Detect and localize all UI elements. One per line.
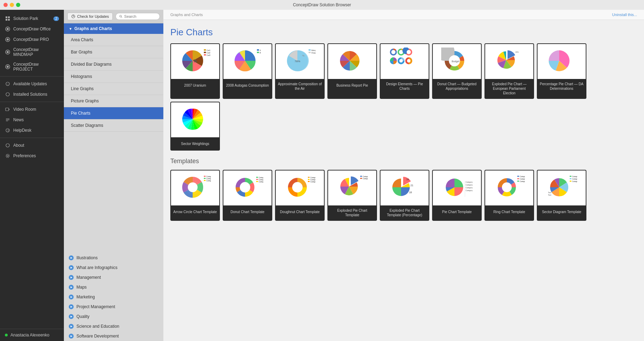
arrow-down-icon: ▼ — [69, 27, 72, 31]
check-updates-button[interactable]: Check for Updates — [67, 13, 113, 20]
sidebar-item-about[interactable]: About — [0, 140, 64, 151]
nav-sub-item-illustrations[interactable]: Illustrations — [64, 253, 163, 263]
refresh-icon — [71, 14, 75, 19]
label-uranium: 2007 Uranium — [171, 79, 219, 92]
gallery-item-percentage-da[interactable]: Percentage Pie Chart — DA Determinations — [537, 43, 586, 99]
gallery-item-donut-tpl[interactable]: Category Category Category Donut Chart T… — [223, 170, 272, 221]
pie-charts-title: Pie Charts — [170, 27, 637, 38]
sidebar-item-office[interactable]: ConceptDraw Office — [0, 24, 64, 34]
sidebar-item-preferences[interactable]: Preferences — [0, 151, 64, 161]
sidebar-item-available-updates[interactable]: ↑ Available Updates — [0, 79, 64, 89]
sub-item-label-software: Software Development — [76, 334, 119, 339]
gallery-item-arrow-circle[interactable]: Category Category Category Arrow Circle … — [170, 170, 220, 221]
svg-point-5 — [7, 28, 9, 30]
minimize-button[interactable] — [10, 3, 14, 7]
sidebar-item-news[interactable]: News — [0, 115, 64, 125]
check-updates-label: Check for Updates — [77, 14, 109, 19]
nav-sub-item-management[interactable]: Management — [64, 273, 163, 282]
svg-text:↑: ↑ — [7, 83, 8, 86]
svg-rect-0 — [6, 16, 7, 18]
svg-rect-1 — [8, 16, 10, 18]
nav-sub-item-software[interactable]: Software Development — [64, 331, 163, 341]
gallery-item-exploded-pct[interactable]: 34 21 18 Exploded Pie Chart Template (Pe… — [380, 170, 429, 221]
sub-item-label-illustrations: Illustrations — [76, 255, 98, 260]
search-input[interactable] — [124, 14, 156, 19]
label-pie-tpl: Pie Chart Template — [433, 205, 481, 218]
gallery-item-business[interactable]: Business Report Pie — [327, 43, 377, 99]
svg-point-68 — [240, 182, 250, 193]
gallery-item-exploded-tpl[interactable]: Category Category Exploded Pie Chart Tem… — [327, 170, 377, 221]
nav-item-scatter-diagrams[interactable]: Scatter Diagrams — [64, 119, 163, 132]
sub-arrow-icon-9 — [69, 334, 74, 339]
search-box[interactable] — [116, 13, 160, 20]
svg-point-9 — [7, 51, 9, 53]
gallery-item-autogas[interactable]: A B 2008 Autogas Consumption — [223, 43, 272, 99]
nav-active-header: ▼ Graphs and Charts — [64, 23, 163, 34]
gallery-item-donut-budgeted[interactable]: Budget Donut Chart — Budgeted Appropriat… — [432, 43, 482, 99]
thumb-autogas: A B — [223, 44, 272, 79]
svg-rect-64 — [204, 178, 206, 179]
close-button[interactable] — [3, 3, 8, 7]
label-business: Business Report Pie — [328, 79, 376, 92]
label-exploded-pct: Exploded Pie Chart Template (Percentage) — [380, 205, 429, 220]
nav-item-histograms[interactable]: Histograms — [64, 71, 163, 83]
gallery-item-uranium[interactable]: % Cat1 Cat2 Cat3 2007 Uranium — [170, 43, 220, 99]
nav-item-area-charts[interactable]: Area Charts — [64, 34, 163, 46]
nav-sub-item-marketing[interactable]: Marketing — [64, 292, 163, 302]
maximize-button[interactable] — [16, 3, 20, 7]
gallery-item-exploded-parliament[interactable]: 19% Exploded Pie Chart — European Parlia… — [484, 43, 534, 99]
svg-text:N₂: N₂ — [302, 55, 305, 57]
svg-text:21: 21 — [410, 184, 413, 187]
thumb-ring-tpl: Category Category Category — [485, 170, 533, 205]
gallery-item-air[interactable]: 78% N₂ Nitrogen Oxygen Approximate Compo… — [275, 43, 325, 99]
label-percentage-da: Percentage Pie Chart — DA Determinations — [538, 79, 586, 94]
svg-rect-101 — [570, 176, 571, 177]
nav-item-divided-bar[interactable]: Divided Bar Diagrams — [64, 58, 163, 71]
gallery-item-sector-tpl[interactable]: Category Category Category Text Text Sec… — [537, 170, 586, 221]
sidebar-item-video-room[interactable]: Video Room — [0, 104, 64, 115]
sidebar-item-pro[interactable]: ConceptDraw PRO — [0, 34, 64, 45]
nav-sub-item-project-mgmt[interactable]: Project Management — [64, 302, 163, 312]
thumb-sector-weightings — [171, 102, 219, 137]
project-icon — [5, 64, 10, 70]
uninstall-link[interactable]: Uninstall this... — [612, 13, 637, 17]
svg-rect-97 — [517, 178, 519, 179]
svg-rect-95 — [517, 176, 519, 177]
mindmap-icon — [5, 49, 10, 55]
gallery-item-pie-tpl[interactable]: Category 1 Category 2 Category 3 Categor… — [432, 170, 482, 221]
sub-item-label-maps: Maps — [76, 285, 87, 290]
gallery-item-doughnut-tpl[interactable]: Category Category Category Doughnut Char… — [275, 170, 325, 221]
nav-toolbar: Check for Updates — [64, 10, 163, 23]
thumb-business — [328, 44, 376, 79]
svg-text:Category: Category — [572, 175, 577, 177]
active-section-label: Graphs and Charts — [74, 26, 112, 31]
nav-item-line-graphs[interactable]: Line Graphs — [64, 83, 163, 95]
gallery-item-ring-tpl[interactable]: Category Category Category Ring Chart Te… — [484, 170, 534, 221]
sidebar-item-helpdesk[interactable]: ? HelpDesk — [0, 125, 64, 136]
thumb-uranium: % Cat1 Cat2 Cat3 — [171, 44, 219, 79]
svg-rect-43 — [309, 49, 311, 51]
nav-item-bar-graphs[interactable]: Bar Graphs — [64, 46, 163, 58]
svg-text:Category: Category — [310, 181, 316, 183]
sidebar-item-project[interactable]: ConceptDraw PROJECT — [0, 59, 64, 74]
svg-text:78%: 78% — [295, 60, 300, 63]
nav-sub-item-science[interactable]: Science and Education — [64, 321, 163, 331]
svg-rect-84 — [360, 178, 362, 179]
sidebar-label-pro: ConceptDraw PRO — [13, 37, 49, 42]
sidebar-item-solution-park[interactable]: Solution Park 2 — [0, 13, 64, 24]
label-exploded-tpl: Exploded Pie Chart Template — [328, 205, 376, 220]
nav-item-picture-graphs[interactable]: Picture Graphs — [64, 95, 163, 107]
nav-sub-item-infographics[interactable]: What are Infographics — [64, 263, 163, 273]
sidebar-item-installed[interactable]: Installed Solutions — [0, 89, 64, 100]
sub-arrow-icon — [69, 255, 74, 260]
nav-sub-item-maps[interactable]: Maps — [64, 282, 163, 292]
sidebar-label-available-updates: Available Updates — [13, 81, 47, 86]
nav-item-pie-charts[interactable]: Pie Charts — [64, 107, 163, 119]
label-ring-tpl: Ring Chart Template — [485, 205, 533, 218]
nav-sub-item-quality[interactable]: Quality — [64, 312, 163, 321]
user-status-dot — [5, 334, 8, 336]
sidebar-item-mindmap[interactable]: ConceptDraw MINDMAP — [0, 45, 64, 59]
gallery-item-sector-weightings[interactable]: Sector Weightings — [170, 102, 220, 151]
gallery-item-design[interactable]: Design Elements — Pie Charts — [380, 43, 429, 99]
svg-point-26 — [120, 15, 121, 17]
